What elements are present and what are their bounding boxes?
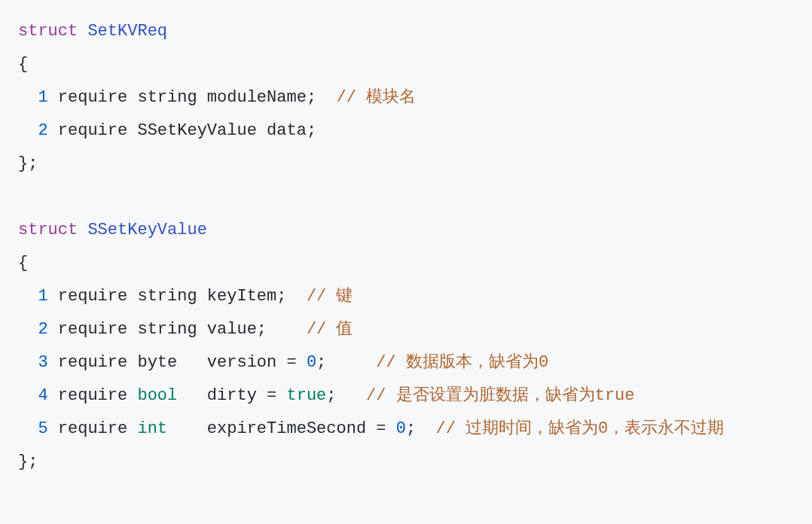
field-rest: keyItem; [197, 287, 307, 306]
field-rest: data; [257, 121, 316, 140]
field-type: SSetKeyValue [137, 121, 256, 140]
field-num: 2 [38, 121, 47, 140]
field-num: 1 [38, 88, 47, 107]
indent [18, 320, 38, 339]
field-type: string [137, 88, 197, 107]
comment: // 模块名 [337, 88, 417, 107]
field-num: 2 [38, 320, 47, 339]
require-kw: require [48, 320, 138, 339]
comment: // 是否设置为脏数据，缺省为true [366, 386, 634, 405]
field-val: 0 [307, 353, 316, 372]
comment: // 数据版本，缺省为0 [376, 353, 548, 372]
field-num: 3 [38, 353, 47, 372]
indent [18, 419, 38, 438]
field-rest: ; [326, 386, 366, 405]
indent [18, 121, 38, 140]
keyword-struct: struct [18, 221, 78, 239]
require-kw: require [48, 386, 138, 405]
indent [18, 287, 38, 306]
field-rest: expireTimeSecond = [167, 419, 396, 438]
struct-name: SetKVReq [87, 22, 167, 41]
open-brace: { [18, 55, 28, 74]
space [78, 22, 87, 41]
indent [18, 353, 38, 372]
field-rest: ; [406, 419, 436, 438]
field-num: 4 [38, 386, 47, 405]
close-brace: }; [18, 154, 38, 173]
require-kw: require [48, 353, 138, 372]
field-num: 1 [38, 287, 47, 306]
close-brace: }; [18, 452, 38, 471]
field-rest: moduleName; [197, 88, 337, 107]
require-kw: require [48, 88, 138, 107]
field-type: string [137, 320, 197, 339]
field-rest: version = [177, 353, 307, 372]
comment: // 过期时间，缺省为0，表示永不过期 [436, 419, 725, 438]
struct-name: SSetKeyValue [87, 221, 206, 239]
field-type-builtin: int [137, 419, 167, 438]
require-kw: require [48, 287, 138, 306]
field-type-builtin: bool [137, 386, 177, 405]
field-rest: value; [197, 320, 307, 339]
open-brace: { [18, 254, 28, 273]
field-type: byte [137, 353, 177, 372]
field-rest: dirty = [177, 386, 286, 405]
comment: // 值 [307, 320, 353, 339]
indent [18, 88, 38, 107]
comment: // 键 [307, 287, 353, 306]
code-block: struct SetKVReq { 1 require string modul… [18, 15, 794, 479]
field-val-builtin: true [286, 386, 326, 405]
keyword-struct: struct [18, 22, 78, 41]
field-rest: ; [316, 353, 376, 372]
field-val: 0 [396, 419, 406, 438]
require-kw: require [48, 419, 138, 438]
field-num: 5 [38, 419, 47, 438]
indent [18, 386, 38, 405]
field-type: string [137, 287, 197, 306]
space [78, 221, 87, 239]
require-kw: require [48, 121, 138, 140]
